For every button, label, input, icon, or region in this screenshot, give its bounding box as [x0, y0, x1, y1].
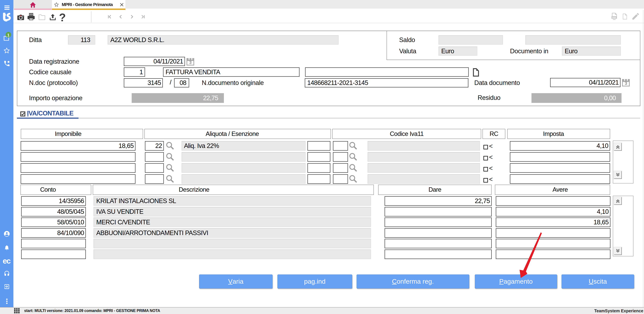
svg-text:PDF: PDF: [612, 16, 616, 18]
svg-text:1: 1: [7, 33, 10, 37]
svg-text:3: 3: [189, 60, 192, 65]
svg-text:3: 3: [625, 81, 627, 86]
